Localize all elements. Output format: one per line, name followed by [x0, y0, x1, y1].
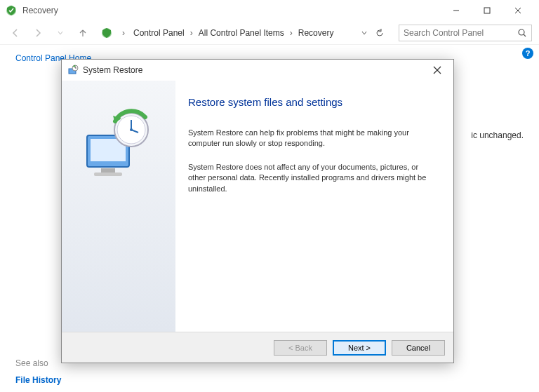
help-icon[interactable]: ? [522, 48, 533, 59]
chevron-right-icon[interactable]: › [290, 28, 293, 38]
address-bar-icon [101, 27, 112, 39]
svg-point-6 [519, 29, 524, 35]
back-button: < Back [274, 340, 327, 356]
dialog-title: System Restore [83, 65, 142, 75]
dialog-content: Restore system files and settings System… [175, 81, 453, 332]
body-fragment-text: ic unchanged. [471, 130, 524, 140]
svg-line-7 [524, 34, 526, 36]
refresh-button[interactable] [373, 27, 386, 39]
dialog-heading: Restore system files and settings [188, 96, 437, 108]
see-also-section: See also File History [15, 358, 61, 385]
svg-point-20 [130, 128, 133, 131]
file-history-link[interactable]: File History [15, 375, 61, 385]
next-button[interactable]: Next > [333, 340, 386, 356]
system-restore-graphic-icon [76, 109, 161, 186]
dialog-banner [62, 81, 175, 332]
window-title: Recovery [22, 6, 58, 15]
chevron-right-icon[interactable]: › [190, 28, 193, 38]
minimize-button[interactable] [441, 0, 472, 21]
svg-rect-15 [94, 173, 122, 176]
address-dropdown-button[interactable] [358, 27, 371, 39]
dialog-paragraph: System Restore can help fix problems tha… [188, 128, 437, 149]
nav-up-button[interactable] [74, 25, 91, 41]
search-box[interactable] [399, 25, 532, 41]
search-icon[interactable] [517, 28, 527, 38]
dialog-paragraph: System Restore does not affect any of yo… [188, 162, 437, 194]
system-restore-dialog: System Restore Restore syste [61, 59, 454, 363]
maximize-button[interactable] [472, 0, 503, 21]
svg-rect-14 [101, 168, 115, 173]
window-titlebar: Recovery [0, 0, 539, 21]
recovery-app-icon [6, 5, 17, 16]
system-restore-icon [67, 65, 79, 76]
dialog-titlebar: System Restore [62, 60, 453, 81]
chevron-right-icon[interactable]: › [122, 28, 125, 38]
search-input[interactable] [404, 28, 517, 38]
window-close-button[interactable] [503, 0, 533, 21]
nav-recent-dropdown[interactable] [52, 25, 69, 41]
nav-back-button[interactable] [7, 25, 24, 41]
cancel-button[interactable]: Cancel [392, 340, 445, 356]
navigation-bar: › Control Panel › All Control Panel Item… [0, 21, 539, 45]
svg-rect-2 [484, 8, 490, 13]
breadcrumb-item[interactable]: Control Panel [131, 27, 187, 39]
breadcrumb: Control Panel › All Control Panel Items … [131, 27, 352, 39]
dialog-close-button[interactable] [427, 60, 448, 81]
nav-forward-button[interactable] [29, 25, 46, 41]
see-also-label: See also [15, 358, 61, 368]
breadcrumb-item[interactable]: Recovery [295, 27, 337, 39]
breadcrumb-item[interactable]: All Control Panel Items [196, 27, 287, 39]
dialog-footer: < Back Next > Cancel [62, 332, 453, 363]
